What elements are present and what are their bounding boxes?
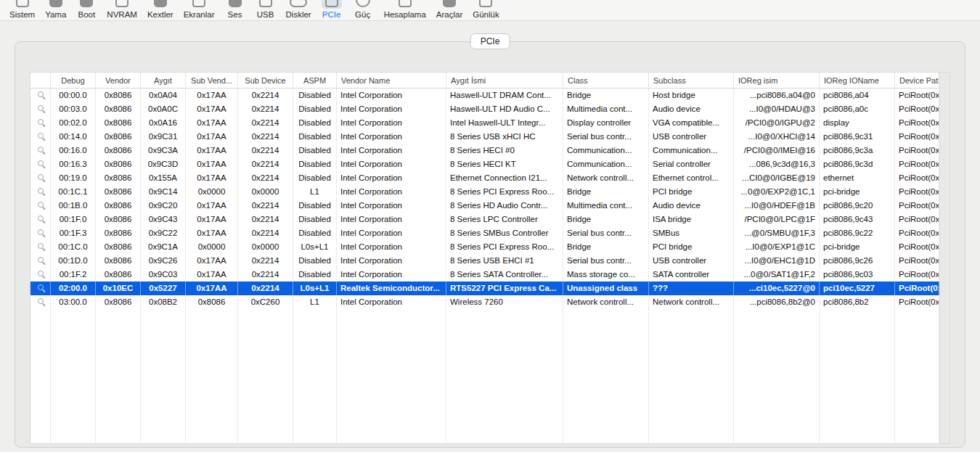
magnifier-cell[interactable] <box>30 171 51 185</box>
cell-sub_device: 0x2214 <box>238 89 293 102</box>
nvram-icon <box>115 0 128 7</box>
cell-ioreg_ioname: pci8086,a0c <box>820 102 895 116</box>
column-header-ioreg_name[interactable]: IOReg isim <box>734 73 820 88</box>
column-header-vendor[interactable]: Vendor <box>96 73 141 88</box>
column-header-device_path[interactable]: Device Path <box>895 73 939 88</box>
magnifier-cell[interactable] <box>30 185 51 199</box>
magnifier-icon[interactable] <box>38 257 44 263</box>
column-header-debug[interactable]: Debug <box>51 73 96 88</box>
magnifier-icon[interactable] <box>38 105 44 111</box>
table-row[interactable]: 00:1F.30x80860x9C220x17AA0x2214DisabledI… <box>30 226 939 240</box>
toolbar-item-nvram[interactable]: NVRAM <box>102 7 142 19</box>
toolbar-item-usb[interactable]: USB <box>250 7 281 19</box>
column-header-sub_vendor[interactable]: Sub Vend... <box>186 73 238 88</box>
cell-device_path: PciRoot(0x... <box>895 268 939 282</box>
magnifier-icon[interactable] <box>38 133 44 139</box>
cell-debug: 02:00.0 <box>51 282 96 295</box>
table-row[interactable]: 00:02.00x80860x0A160x17AA0x2214DisabledI… <box>30 116 939 130</box>
cell-subclass: PCI bridge <box>649 185 734 199</box>
table-row[interactable]: 00:16.00x80860x9C3A0x17AA0x2214DisabledI… <box>30 144 939 157</box>
magnifier-cell[interactable] <box>30 282 51 295</box>
magnifier-cell[interactable] <box>30 226 51 240</box>
cell-vendor_name: Intel Corporation <box>337 240 446 254</box>
vertical-scrollbar[interactable] <box>939 73 950 443</box>
kexts-icon <box>154 0 167 7</box>
magnifier-cell[interactable] <box>30 213 51 226</box>
toolbar-item-displays[interactable]: Ekranlar <box>179 7 220 19</box>
table-row[interactable]: 00:00.00x80860x0A040x17AA0x2214DisabledI… <box>30 89 939 102</box>
cell-device_name: 8 Series SMBus Controller <box>446 226 563 240</box>
column-header-vendor_name[interactable]: Vendor Name <box>337 73 446 88</box>
column-header-aspm[interactable]: ASPM <box>293 73 337 88</box>
table-row[interactable]: 00:16.30x80860x9C3D0x17AA0x2214DisabledI… <box>30 157 939 171</box>
magnifier-icon[interactable] <box>38 284 44 290</box>
magnifier-cell[interactable] <box>30 199 51 213</box>
table-row[interactable]: 00:14.00x80860x9C310x17AA0x2214DisabledI… <box>30 130 939 144</box>
magnifier-cell[interactable] <box>30 268 51 282</box>
magnifier-icon[interactable] <box>38 215 44 221</box>
column-header-icon[interactable] <box>30 73 51 88</box>
magnifier-cell[interactable] <box>30 130 51 144</box>
cell-device_name: 8 Series PCI Express Roo... <box>446 240 563 254</box>
column-header-ioreg_ioname[interactable]: IOReg IOName <box>820 73 895 88</box>
magnifier-icon[interactable] <box>38 91 44 97</box>
table-row[interactable]: 00:1B.00x80860x9C200x17AA0x2214DisabledI… <box>30 199 939 213</box>
cell-device_name: Haswell-ULT DRAM Cont... <box>446 89 563 102</box>
magnifier-icon[interactable] <box>38 271 44 276</box>
column-header-class[interactable]: Class <box>563 73 649 88</box>
cell-sub_device: 0x2214 <box>238 130 293 144</box>
toolbar-item-pcie[interactable]: PCIe <box>317 7 347 19</box>
cell-ioreg_name: ...CI0@0/IGBE@19 <box>734 171 820 185</box>
column-header-device_name[interactable]: Aygıt İsmi <box>446 73 563 88</box>
magnifier-icon[interactable] <box>38 147 44 152</box>
table-row[interactable]: 02:00.00x10EC0x52270x17AA0x2214L0s+L1Rea… <box>30 282 939 295</box>
column-header-sub_device[interactable]: Sub Device <box>238 73 293 88</box>
cell-sub_vendor: 0x17AA <box>186 213 238 226</box>
table-row[interactable]: 00:1D.00x80860x9C260x17AA0x2214DisabledI… <box>30 254 939 268</box>
toolbar-item-patch[interactable]: Yama <box>40 7 71 19</box>
magnifier-cell[interactable] <box>30 254 51 268</box>
magnifier-cell[interactable] <box>30 89 51 102</box>
magnifier-icon[interactable] <box>38 188 44 194</box>
column-header-subclass[interactable]: Subclass <box>649 73 734 88</box>
magnifier-cell[interactable] <box>30 144 51 157</box>
table-row[interactable]: 00:1F.00x80860x9C430x17AA0x2214DisabledI… <box>30 213 939 226</box>
toolbar-item-kexts[interactable]: Kextler <box>142 7 179 19</box>
magnifier-icon[interactable] <box>38 160 44 166</box>
table-row[interactable]: 03:00.00x80860x08B20x80860xC260L1Intel C… <box>30 295 939 309</box>
cell-device_path: PciRoot(0x... <box>895 116 939 130</box>
magnifier-cell[interactable] <box>30 116 51 130</box>
cell-sub_device: 0x2214 <box>238 116 293 130</box>
toolbar-item-disks[interactable]: Diskler <box>281 7 317 19</box>
cell-ioreg_name: ...I0@0/XHCI@14 <box>734 130 820 144</box>
toolbar-item-tools[interactable]: Araçlar <box>431 7 467 19</box>
column-header-device[interactable]: Aygıt <box>141 73 186 88</box>
table-row[interactable]: 00:1C.10x80860x9C140x00000x0000L1Intel C… <box>30 185 939 199</box>
cell-device: 0x9C3A <box>141 144 186 157</box>
magnifier-cell[interactable] <box>30 295 51 309</box>
cell-device_path: PciRoot(0x... <box>895 240 939 254</box>
toolbar-item-label: Diskler <box>286 10 311 19</box>
table-row[interactable]: 00:19.00x80860x155A0x17AA0x2214DisabledI… <box>30 171 939 185</box>
magnifier-icon[interactable] <box>38 229 44 235</box>
toolbar-item-system[interactable]: Sistem <box>4 7 40 19</box>
toolbar-item-calculator[interactable]: Hesaplama <box>379 7 431 19</box>
magnifier-icon[interactable] <box>38 298 44 304</box>
table-row[interactable]: 00:1C.00x80860x9C1A0x00000x0000L0s+L1Int… <box>30 240 939 254</box>
toolbar-item-log[interactable]: Günlük <box>467 7 504 19</box>
toolbar-item-boot[interactable]: Boot <box>71 7 102 19</box>
cell-ioreg_ioname: pci8086,a04 <box>820 89 895 102</box>
magnifier-icon[interactable] <box>38 119 44 125</box>
toolbar-item-power[interactable]: Güç <box>347 7 379 19</box>
magnifier-cell[interactable] <box>30 102 51 116</box>
table-row[interactable]: 00:03.00x80860x0A0C0x17AA0x2214DisabledI… <box>30 102 939 116</box>
table-row[interactable]: 00:1F.20x80860x9C030x17AA0x2214DisabledI… <box>30 268 939 282</box>
magnifier-cell[interactable] <box>30 157 51 171</box>
magnifier-cell[interactable] <box>30 240 51 254</box>
cell-ioreg_ioname: pci8086,9c3a <box>820 144 895 157</box>
magnifier-icon[interactable] <box>38 174 44 180</box>
magnifier-icon[interactable] <box>38 202 44 207</box>
magnifier-icon[interactable] <box>38 243 44 249</box>
toolbar-item-sound[interactable]: Ses <box>220 7 250 19</box>
cell-vendor_name: Realtek Semiconductor... <box>337 282 446 295</box>
